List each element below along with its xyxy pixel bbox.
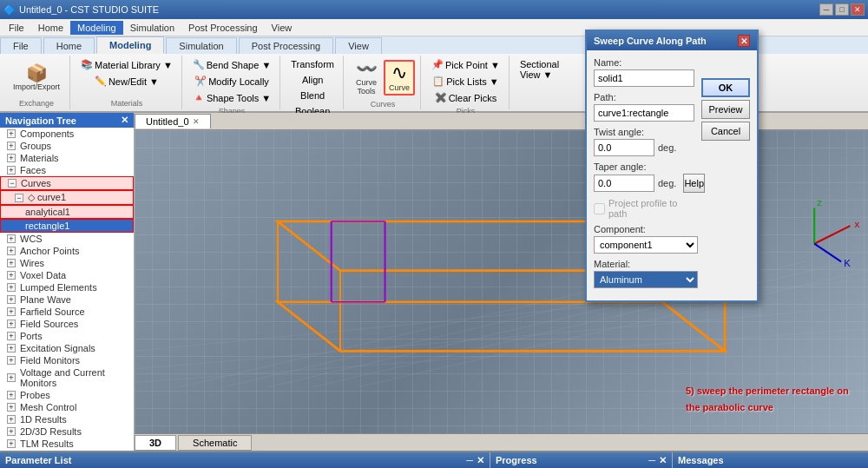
- preview-button[interactable]: Preview: [701, 100, 750, 119]
- tab-modeling[interactable]: Modeling: [96, 36, 164, 54]
- tree-item-field-sources[interactable]: + Field Sources: [0, 318, 134, 330]
- tree-item-tlm-results[interactable]: + TLM Results: [0, 438, 134, 450]
- tree-item-wires[interactable]: + Wires: [0, 257, 134, 269]
- tree-item-materials[interactable]: + Materials: [0, 152, 134, 164]
- expand-wires[interactable]: +: [7, 259, 16, 267]
- sectional-view-button[interactable]: SectionalView ▼: [516, 57, 562, 82]
- expand-components[interactable]: +: [7, 129, 16, 138]
- tab-file[interactable]: File: [0, 37, 42, 54]
- minimize-button[interactable]: ─: [819, 3, 833, 16]
- tree-item-curve1[interactable]: − ◇ curve1: [0, 190, 134, 205]
- curve-tools-button[interactable]: 〰️ CurveTools: [351, 57, 382, 98]
- expand-ports[interactable]: +: [7, 332, 16, 340]
- shape-tools-button[interactable]: 🔺 Shape Tools ▼: [189, 90, 274, 105]
- tab-view[interactable]: View: [335, 37, 382, 54]
- cancel-button[interactable]: Cancel: [701, 122, 750, 141]
- transform-button[interactable]: Transform: [287, 57, 338, 71]
- expand-groups[interactable]: +: [7, 142, 16, 150]
- new-edit-button[interactable]: ✏️ New/Edit ▼: [91, 74, 162, 89]
- viewport-tab-close-icon[interactable]: ✕: [193, 117, 200, 126]
- material-library-button[interactable]: 📚 Material Library ▼: [77, 57, 176, 72]
- dialog-path-input[interactable]: [594, 104, 694, 122]
- expand-voltage[interactable]: +: [7, 373, 16, 382]
- import-export-button[interactable]: 📦 Import/Export: [9, 62, 64, 94]
- expand-voxel[interactable]: +: [7, 271, 16, 280]
- menu-modeling[interactable]: Modeling: [70, 21, 123, 35]
- menu-home[interactable]: Home: [31, 21, 70, 35]
- expand-field-mon[interactable]: +: [7, 356, 16, 365]
- menu-post-processing[interactable]: Post Processing: [181, 21, 264, 35]
- expand-lumped[interactable]: +: [7, 283, 16, 292]
- dialog-close-button[interactable]: ✕: [738, 35, 750, 47]
- dialog-name-input[interactable]: [594, 69, 694, 87]
- expand-curve1[interactable]: −: [15, 194, 23, 202]
- expand-tlm[interactable]: +: [7, 439, 16, 448]
- expand-materials[interactable]: +: [7, 154, 16, 162]
- tab-3d[interactable]: 3D: [135, 435, 176, 451]
- expand-wcs[interactable]: +: [7, 234, 16, 243]
- tree-item-rectangle1[interactable]: rectangle1: [0, 219, 134, 233]
- close-button[interactable]: ✕: [851, 3, 865, 16]
- menu-view[interactable]: View: [265, 21, 299, 35]
- tree-item-lumped[interactable]: + Lumped Elements: [0, 281, 134, 293]
- pick-point-button[interactable]: 📌 Pick Point ▼: [428, 57, 503, 72]
- tree-item-curves[interactable]: − Curves: [0, 176, 134, 190]
- tree-item-analytical1[interactable]: analytical1: [0, 205, 134, 219]
- expand-probes[interactable]: +: [7, 391, 16, 399]
- ok-button[interactable]: OK: [701, 78, 750, 97]
- expand-curves[interactable]: −: [8, 179, 16, 188]
- tree-item-field-monitors[interactable]: + Field Monitors: [0, 354, 134, 366]
- viewport-tab-untitled[interactable]: Untitled_0 ✕: [135, 114, 211, 129]
- tree-item-voxel[interactable]: + Voxel Data: [0, 269, 134, 281]
- tab-simulation[interactable]: Simulation: [166, 37, 236, 54]
- param-minimize-icon[interactable]: ─: [466, 455, 473, 466]
- blend-button[interactable]: Blend: [297, 89, 328, 102]
- tree-item-mesh[interactable]: + Mesh Control: [0, 401, 134, 413]
- tree-item-farfields[interactable]: + Farfields: [0, 450, 134, 451]
- tree-item-excitation[interactable]: + Excitation Signals: [0, 342, 134, 354]
- menu-simulation[interactable]: Simulation: [123, 21, 181, 35]
- progress-minimize-icon[interactable]: ─: [648, 455, 655, 466]
- tree-item-2d3d-results[interactable]: + 2D/3D Results: [0, 425, 134, 438]
- dialog-taper-input[interactable]: [594, 175, 654, 192]
- expand-2d3d[interactable]: +: [7, 427, 16, 436]
- expand-excitation[interactable]: +: [7, 344, 16, 353]
- clear-picks-button[interactable]: ✖️ Clear Picks: [431, 90, 501, 105]
- expand-faces[interactable]: +: [7, 166, 16, 175]
- tree-item-farfield-source[interactable]: + Farfield Source: [0, 306, 134, 318]
- tab-schematic[interactable]: Schematic: [178, 435, 252, 451]
- bend-shape-button[interactable]: 🔧 Bend Shape ▼: [189, 57, 275, 72]
- tree-item-faces[interactable]: + Faces: [0, 164, 134, 176]
- tree-item-probes[interactable]: + Probes: [0, 389, 134, 401]
- tree-item-voltage[interactable]: + Voltage and Current Monitors: [0, 366, 134, 389]
- expand-anchor[interactable]: +: [7, 247, 16, 255]
- curve-button[interactable]: ∿ Curve: [384, 60, 415, 96]
- tree-item-plane-wave[interactable]: + Plane Wave: [0, 293, 134, 306]
- progress-close-icon[interactable]: ✕: [659, 455, 667, 466]
- param-close-icon[interactable]: ✕: [477, 455, 484, 466]
- expand-plane-wave[interactable]: +: [7, 295, 16, 304]
- tree-item-1d-results[interactable]: + 1D Results: [0, 413, 134, 425]
- dialog-component-select[interactable]: component1: [594, 236, 698, 254]
- dialog-sweep-curve[interactable]: Sweep Curve Along Path ✕ OK Preview Canc…: [585, 30, 759, 302]
- help-button[interactable]: Help: [683, 174, 705, 193]
- dialog-material-select[interactable]: Aluminum: [594, 271, 698, 288]
- nav-tree-close-icon[interactable]: ✕: [121, 115, 128, 126]
- project-profile-checkbox[interactable]: [594, 203, 605, 214]
- expand-farfield-src[interactable]: +: [7, 307, 16, 316]
- tree-item-ports[interactable]: + Ports: [0, 330, 134, 342]
- tree-item-wcs[interactable]: + WCS: [0, 233, 134, 245]
- tab-home[interactable]: Home: [43, 37, 95, 54]
- tab-post-processing[interactable]: Post Processing: [239, 37, 333, 54]
- modify-locally-button[interactable]: ✂️ Modify Locally: [191, 74, 273, 89]
- tree-item-anchor-points[interactable]: + Anchor Points: [0, 245, 134, 257]
- dialog-twist-input[interactable]: [594, 139, 654, 156]
- pick-lists-button[interactable]: 📋 Pick Lists ▼: [429, 74, 502, 89]
- menu-file[interactable]: File: [2, 21, 31, 35]
- tree-item-components[interactable]: + Components: [0, 128, 134, 140]
- expand-1d[interactable]: +: [7, 415, 16, 424]
- tree-item-groups[interactable]: + Groups: [0, 140, 134, 152]
- expand-field-src[interactable]: +: [7, 320, 16, 328]
- maximize-button[interactable]: □: [835, 3, 849, 16]
- expand-mesh[interactable]: +: [7, 403, 16, 412]
